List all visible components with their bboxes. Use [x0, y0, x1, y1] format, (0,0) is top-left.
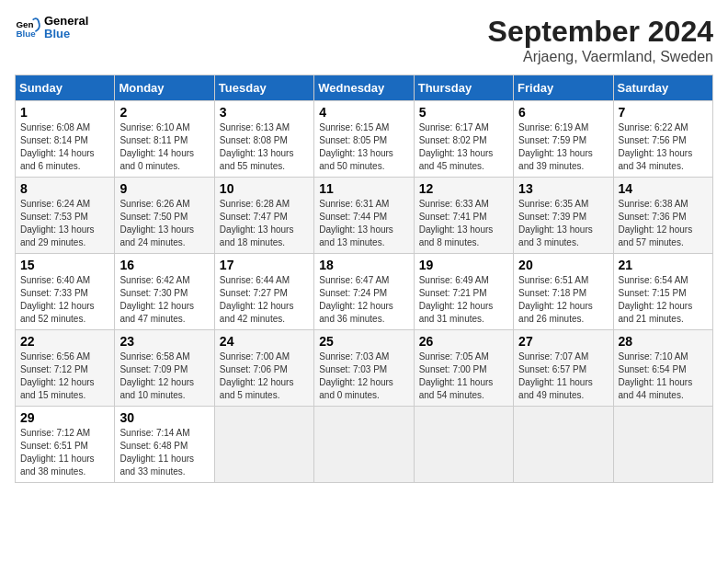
week-row-4: 22 Sunrise: 6:56 AM Sunset: 7:12 PM Dayl…	[16, 330, 713, 407]
day-info: Sunrise: 6:54 AM Sunset: 7:15 PM Dayligh…	[619, 274, 708, 326]
day-cell: 30 Sunrise: 7:14 AM Sunset: 6:48 PM Dayl…	[115, 407, 214, 483]
day-number: 16	[119, 258, 209, 272]
day-number: 4	[319, 105, 408, 120]
day-number: 30	[119, 410, 209, 425]
week-row-5: 29 Sunrise: 7:12 AM Sunset: 6:51 PM Dayl…	[16, 407, 713, 483]
day-info: Sunrise: 7:10 AM Sunset: 6:54 PM Dayligh…	[619, 350, 708, 402]
day-cell: 15 Sunrise: 6:40 AM Sunset: 7:33 PM Dayl…	[16, 254, 115, 330]
day-info: Sunrise: 6:19 AM Sunset: 7:59 PM Dayligh…	[518, 121, 608, 173]
day-cell	[613, 407, 712, 483]
day-cell: 25 Sunrise: 7:03 AM Sunset: 7:03 PM Dayl…	[314, 330, 414, 407]
page-title: September 2024	[488, 15, 713, 49]
page-subtitle: Arjaeng, Vaermland, Sweden	[488, 49, 713, 65]
day-cell: 23 Sunrise: 6:58 AM Sunset: 7:09 PM Dayl…	[115, 330, 214, 407]
day-info: Sunrise: 6:26 AM Sunset: 7:50 PM Dayligh…	[119, 198, 209, 249]
day-number: 17	[220, 258, 309, 272]
day-number: 7	[619, 105, 708, 120]
week-row-2: 8 Sunrise: 6:24 AM Sunset: 7:53 PM Dayli…	[16, 178, 713, 254]
column-header-sunday: Sunday	[16, 75, 115, 101]
day-number: 25	[319, 334, 408, 349]
day-number: 12	[419, 181, 508, 196]
day-cell: 22 Sunrise: 6:56 AM Sunset: 7:12 PM Dayl…	[16, 330, 115, 407]
day-cell	[414, 407, 513, 483]
column-header-friday: Friday	[514, 75, 613, 101]
day-cell: 13 Sunrise: 6:35 AM Sunset: 7:39 PM Dayl…	[514, 178, 613, 254]
page-header: Gen Blue General Blue September 2024 Arj…	[15, 15, 713, 65]
day-cell: 27 Sunrise: 7:07 AM Sunset: 6:57 PM Dayl…	[514, 330, 613, 407]
day-number: 1	[20, 105, 109, 120]
day-cell: 24 Sunrise: 7:00 AM Sunset: 7:06 PM Dayl…	[214, 330, 313, 407]
day-number: 23	[119, 334, 209, 349]
logo-line1: General	[44, 15, 88, 28]
svg-text:Blue: Blue	[16, 29, 36, 39]
day-cell: 14 Sunrise: 6:38 AM Sunset: 7:36 PM Dayl…	[613, 178, 712, 254]
day-cell: 1 Sunrise: 6:08 AM Sunset: 8:14 PM Dayli…	[16, 101, 115, 178]
day-cell: 29 Sunrise: 7:12 AM Sunset: 6:51 PM Dayl…	[16, 407, 115, 483]
column-header-tuesday: Tuesday	[214, 75, 313, 101]
week-row-3: 15 Sunrise: 6:40 AM Sunset: 7:33 PM Dayl…	[16, 254, 713, 330]
day-number: 27	[518, 334, 608, 349]
day-info: Sunrise: 7:14 AM Sunset: 6:48 PM Dayligh…	[119, 427, 209, 478]
day-cell: 19 Sunrise: 6:49 AM Sunset: 7:21 PM Dayl…	[414, 254, 513, 330]
day-info: Sunrise: 6:58 AM Sunset: 7:09 PM Dayligh…	[119, 350, 209, 402]
column-header-thursday: Thursday	[414, 75, 513, 101]
title-area: September 2024 Arjaeng, Vaermland, Swede…	[488, 15, 713, 65]
day-cell: 8 Sunrise: 6:24 AM Sunset: 7:53 PM Dayli…	[16, 178, 115, 254]
day-cell: 6 Sunrise: 6:19 AM Sunset: 7:59 PM Dayli…	[514, 101, 613, 178]
day-cell: 2 Sunrise: 6:10 AM Sunset: 8:11 PM Dayli…	[115, 101, 214, 178]
day-info: Sunrise: 7:12 AM Sunset: 6:51 PM Dayligh…	[20, 427, 109, 478]
day-cell: 21 Sunrise: 6:54 AM Sunset: 7:15 PM Dayl…	[613, 254, 712, 330]
day-info: Sunrise: 6:40 AM Sunset: 7:33 PM Dayligh…	[20, 274, 109, 326]
day-cell: 16 Sunrise: 6:42 AM Sunset: 7:30 PM Dayl…	[115, 254, 214, 330]
day-cell: 20 Sunrise: 6:51 AM Sunset: 7:18 PM Dayl…	[514, 254, 613, 330]
day-cell: 11 Sunrise: 6:31 AM Sunset: 7:44 PM Dayl…	[314, 178, 414, 254]
day-number: 24	[220, 334, 309, 349]
day-number: 18	[319, 258, 408, 272]
day-number: 13	[518, 181, 608, 196]
day-info: Sunrise: 7:00 AM Sunset: 7:06 PM Dayligh…	[220, 350, 309, 402]
day-number: 29	[20, 410, 109, 425]
logo-line2: Blue	[44, 28, 88, 40]
day-info: Sunrise: 6:28 AM Sunset: 7:47 PM Dayligh…	[220, 198, 309, 249]
day-cell: 12 Sunrise: 6:33 AM Sunset: 7:41 PM Dayl…	[414, 178, 513, 254]
day-cell	[314, 407, 414, 483]
day-number: 5	[419, 105, 508, 120]
calendar-table: SundayMondayTuesdayWednesdayThursdayFrid…	[15, 75, 713, 483]
day-number: 10	[220, 181, 309, 196]
column-header-monday: Monday	[115, 75, 214, 101]
day-info: Sunrise: 6:47 AM Sunset: 7:24 PM Dayligh…	[319, 274, 408, 326]
day-number: 22	[20, 334, 109, 349]
day-info: Sunrise: 6:31 AM Sunset: 7:44 PM Dayligh…	[319, 198, 408, 249]
day-info: Sunrise: 7:03 AM Sunset: 7:03 PM Dayligh…	[319, 350, 408, 402]
day-number: 21	[619, 258, 708, 272]
day-cell: 5 Sunrise: 6:17 AM Sunset: 8:02 PM Dayli…	[414, 101, 513, 178]
day-cell: 26 Sunrise: 7:05 AM Sunset: 7:00 PM Dayl…	[414, 330, 513, 407]
logo-icon: Gen Blue	[15, 15, 40, 40]
day-number: 14	[619, 181, 708, 196]
day-info: Sunrise: 7:05 AM Sunset: 7:00 PM Dayligh…	[419, 350, 508, 402]
day-number: 6	[518, 105, 608, 120]
day-number: 15	[20, 258, 109, 272]
day-cell: 28 Sunrise: 7:10 AM Sunset: 6:54 PM Dayl…	[613, 330, 712, 407]
day-number: 20	[518, 258, 608, 272]
week-row-1: 1 Sunrise: 6:08 AM Sunset: 8:14 PM Dayli…	[16, 101, 713, 178]
day-info: Sunrise: 6:33 AM Sunset: 7:41 PM Dayligh…	[419, 198, 508, 249]
day-number: 28	[619, 334, 708, 349]
day-cell: 7 Sunrise: 6:22 AM Sunset: 7:56 PM Dayli…	[613, 101, 712, 178]
day-info: Sunrise: 6:44 AM Sunset: 7:27 PM Dayligh…	[220, 274, 309, 326]
column-header-wednesday: Wednesday	[314, 75, 414, 101]
day-info: Sunrise: 6:24 AM Sunset: 7:53 PM Dayligh…	[20, 198, 109, 249]
day-info: Sunrise: 6:15 AM Sunset: 8:05 PM Dayligh…	[319, 121, 408, 173]
day-number: 3	[220, 105, 309, 120]
day-info: Sunrise: 6:13 AM Sunset: 8:08 PM Dayligh…	[220, 121, 309, 173]
day-cell: 3 Sunrise: 6:13 AM Sunset: 8:08 PM Dayli…	[214, 101, 313, 178]
header-row: SundayMondayTuesdayWednesdayThursdayFrid…	[16, 75, 713, 101]
day-info: Sunrise: 6:38 AM Sunset: 7:36 PM Dayligh…	[619, 198, 708, 249]
day-info: Sunrise: 6:49 AM Sunset: 7:21 PM Dayligh…	[419, 274, 508, 326]
day-number: 11	[319, 181, 408, 196]
day-number: 8	[20, 181, 109, 196]
day-cell	[514, 407, 613, 483]
day-info: Sunrise: 6:56 AM Sunset: 7:12 PM Dayligh…	[20, 350, 109, 402]
logo: Gen Blue General Blue	[15, 15, 88, 41]
day-info: Sunrise: 6:42 AM Sunset: 7:30 PM Dayligh…	[119, 274, 209, 326]
